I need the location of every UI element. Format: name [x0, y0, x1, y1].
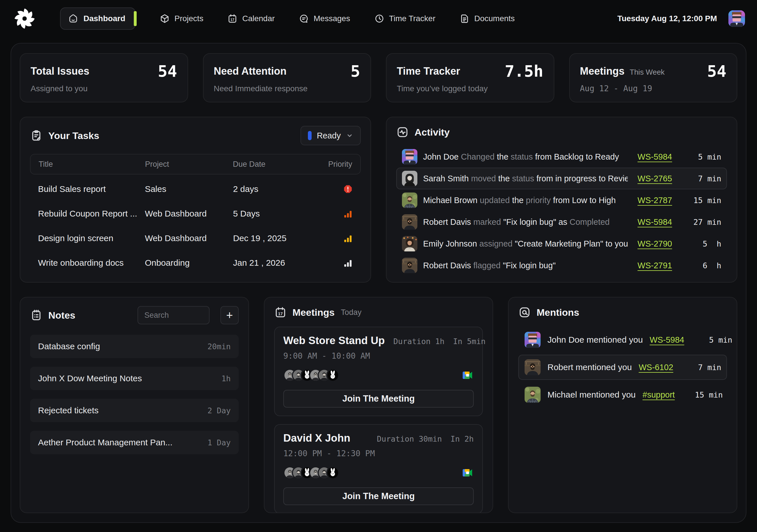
stat-value: 54	[707, 62, 726, 80]
task-row[interactable]: Rebuild Coupon Report ... Web Dashboard …	[30, 202, 361, 226]
mention-item[interactable]: Robert mentioned you WS-6102 7 min	[518, 355, 727, 380]
participants	[283, 369, 339, 382]
ticket-link[interactable]: WS-2790	[638, 239, 672, 249]
stat-badge: This Week	[630, 68, 665, 77]
task-row[interactable]: Write onboarding docs Onboarding Jan 21 …	[30, 251, 361, 275]
activity-text: Sarah Smith moved the status from in pro…	[423, 174, 628, 183]
stat-card-need-attention: Need Attention 5 Need Immediate response	[203, 53, 371, 102]
avatar	[402, 193, 417, 208]
ticket-link[interactable]: WS-2765	[638, 174, 672, 183]
note-title: Database config	[38, 341, 100, 351]
mention-item[interactable]: Michael mentioned you #support 15 min	[518, 382, 727, 407]
mention-link[interactable]: WS-5984	[650, 335, 684, 345]
add-note-button[interactable]: +	[221, 306, 239, 324]
note-title: Rejected tickets	[38, 406, 99, 415]
note-item[interactable]: John X Dow Meeting Notes 1h	[30, 367, 239, 390]
task-title: Build Sales report	[38, 184, 145, 194]
stat-subtitle: Assigned to you	[31, 84, 177, 93]
meetings-title: Meetings	[292, 307, 334, 318]
mention-link[interactable]: WS-6102	[639, 363, 673, 372]
activity-text: Robert Davis flagged "Fix login bug"	[423, 261, 628, 270]
status-filter-dropdown[interactable]: Ready	[300, 126, 361, 145]
tasks-table-header: TitleProjectDue DatePriority	[30, 154, 361, 174]
tasks-panel: Your Tasks Ready TitleProjectDue DatePri…	[20, 117, 371, 283]
notes-panel: Notes + Database config 20minJohn X Dow …	[20, 297, 249, 513]
home-icon	[68, 14, 78, 24]
meetings-badge: Today	[341, 308, 361, 317]
task-project: Web Dashboard	[145, 234, 233, 243]
note-item[interactable]: Database config 20min	[30, 335, 239, 358]
task-row[interactable]: Build Sales report Sales 2 days	[30, 177, 361, 202]
activity-item[interactable]: Michael Brown updated the priority from …	[396, 189, 727, 211]
task-row[interactable]: Design login screen Web Dashboard Dec 19…	[30, 226, 361, 251]
column-header-title: Title	[39, 160, 145, 169]
nav-items: Dashboard Projects17 Calendar Messages T…	[60, 8, 515, 30]
nav-item-time-tracker[interactable]: Time Tracker	[374, 14, 436, 24]
activity-item[interactable]: Robert Davis marked "Fix login bug" as C…	[396, 211, 727, 233]
avatar	[402, 236, 417, 251]
google-meet-icon	[461, 369, 474, 382]
mention-link[interactable]: #support	[643, 390, 675, 399]
note-item[interactable]: Aether Product Management Pan... 1 Day	[30, 431, 239, 454]
nav-item-dashboard[interactable]: Dashboard	[60, 8, 136, 30]
dashboard-container: Total Issues 54 Assigned to you Need Att…	[11, 43, 746, 523]
nav-item-label: Time Tracker	[389, 14, 436, 23]
activity-item[interactable]: Emily Johnson assigned "Create Marketing…	[396, 233, 727, 255]
google-meet-icon	[461, 466, 474, 479]
ticket-link[interactable]: WS-5984	[638, 217, 672, 227]
priority-medium-icon	[321, 234, 353, 243]
ticket-link[interactable]: WS-2791	[638, 261, 672, 270]
column-header-priority: Priority	[321, 160, 352, 169]
note-time: 2 Day	[207, 406, 231, 415]
meetings-panel: 17 Meetings Today Web Store Stand Up Dur…	[264, 297, 493, 513]
activity-item[interactable]: John Doe Changed the status from Backlog…	[396, 146, 727, 168]
join-meeting-button[interactable]: Join The Meeting	[283, 390, 474, 408]
mention-item[interactable]: John Doe mentioned you WS-5984 5 min	[518, 327, 727, 352]
activity-time: 5 min	[685, 152, 721, 161]
join-meeting-button[interactable]: Join The Meeting	[283, 487, 474, 505]
activity-pulse-icon	[396, 126, 409, 139]
app-logo-icon[interactable]	[12, 6, 37, 31]
chat-icon	[299, 14, 309, 24]
nav-item-projects[interactable]: Projects	[160, 14, 203, 24]
meeting-time-range: 9:00 AM - 10:00 AM	[283, 351, 474, 361]
status-color-pill	[308, 131, 312, 140]
nav-item-documents[interactable]: Documents	[459, 14, 515, 24]
participant-avatar	[326, 466, 339, 479]
stat-title: Total Issues	[31, 65, 89, 77]
user-avatar[interactable]	[728, 10, 745, 27]
priority-urgent-icon	[321, 184, 353, 194]
task-due-date: Dec 19 , 2025	[233, 234, 321, 243]
priority-low-icon	[321, 258, 353, 268]
active-tab-indicator	[134, 11, 136, 26]
task-due-date: 2 days	[233, 184, 321, 194]
stat-title: MeetingsThis Week	[580, 65, 665, 77]
note-title: John X Dow Meeting Notes	[38, 374, 142, 383]
stat-title: Need Attention	[214, 65, 287, 77]
ticket-link[interactable]: WS-2787	[638, 196, 672, 205]
activity-time: 15 min	[685, 196, 721, 205]
svg-text:17: 17	[278, 311, 283, 316]
mention-time: 7 min	[687, 363, 721, 372]
task-project: Sales	[145, 184, 233, 194]
nav-item-label: Dashboard	[83, 14, 125, 23]
meeting-time-range: 12:00 PM - 12:30 PM	[283, 449, 474, 458]
at-sign-icon	[518, 306, 531, 319]
stat-card-time-tracker: Time Tracker 7.5h Time you’ve logged tod…	[386, 53, 554, 102]
datetime-label: Tuesday Aug 12, 12:00 PM	[617, 14, 717, 23]
nav-item-calendar[interactable]: 17 Calendar	[227, 14, 275, 24]
stat-card-total-issues: Total Issues 54 Assigned to you	[20, 53, 188, 102]
participant-avatar	[326, 369, 339, 382]
activity-item[interactable]: Sarah Smith moved the status from in pro…	[396, 168, 727, 189]
activity-item[interactable]: Robert Davis flagged "Fix login bug" WS-…	[396, 255, 727, 276]
doc-icon	[459, 14, 470, 24]
ticket-link[interactable]: WS-5984	[638, 152, 672, 162]
meeting-duration: Duration 30min	[377, 434, 442, 443]
activity-title: Activity	[414, 127, 450, 138]
nav-item-messages[interactable]: Messages	[299, 14, 350, 24]
avatar	[402, 258, 417, 273]
activity-text: John Doe Changed the status from Backlog…	[423, 152, 628, 162]
column-header-due-date: Due Date	[233, 160, 321, 169]
note-item[interactable]: Rejected tickets 2 Day	[30, 399, 239, 422]
notes-search-input[interactable]	[137, 306, 210, 324]
